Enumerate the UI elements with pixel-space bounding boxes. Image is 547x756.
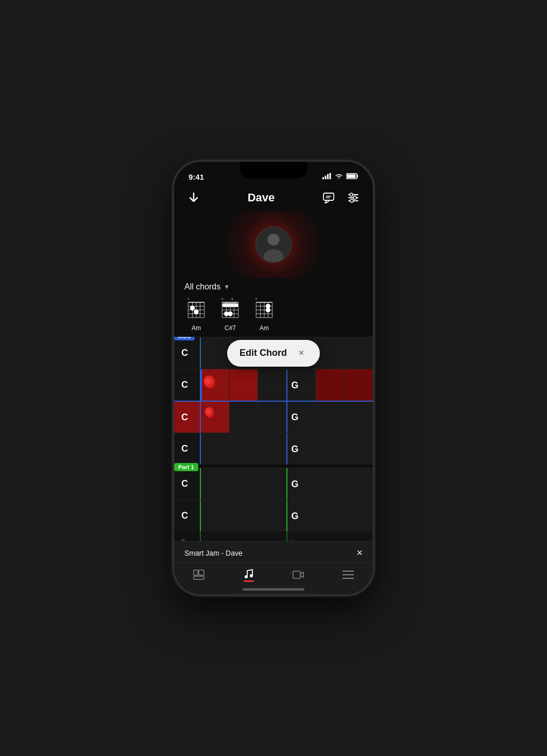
- chord-row-cells-3: G: [201, 433, 373, 465]
- chord-cell-2-2[interactable]: [258, 402, 287, 433]
- chord-cell-2-0[interactable]: [201, 402, 230, 433]
- tab-music[interactable]: [233, 568, 264, 582]
- phone-inner: 9:41 Dave: [174, 162, 373, 594]
- chord-row-3[interactable]: C G: [174, 433, 373, 465]
- chord-cell-4-2[interactable]: [258, 468, 287, 500]
- chord-cell-4-4[interactable]: [316, 468, 345, 500]
- wifi-icon: [335, 173, 343, 181]
- chord-row-0[interactable]: Intro C Edit Chord: [174, 337, 373, 369]
- row-wrapper-part1: Part 1 C G: [174, 468, 373, 500]
- chord-cell-3-5[interactable]: [345, 433, 373, 465]
- chord-cell-p-3: –: [287, 532, 316, 541]
- chevron-down-icon: ▼: [224, 283, 230, 290]
- drop-1: [202, 374, 217, 390]
- chord-cell-5-3[interactable]: G: [287, 500, 316, 531]
- chord-cell-2-1[interactable]: [230, 402, 259, 433]
- svg-rect-60: [199, 570, 204, 575]
- all-chords-button[interactable]: All chords ▼: [184, 282, 363, 291]
- chord-label-am-2: Am: [260, 324, 269, 332]
- intro-badge: Intro: [174, 337, 195, 340]
- chord-cell-5-0[interactable]: [201, 500, 230, 531]
- chord-cell-1-5[interactable]: [345, 369, 373, 401]
- chord-row-5[interactable]: C G: [174, 500, 373, 531]
- playhead-line-1: [201, 369, 202, 401]
- chord-label-c7: C#7: [225, 324, 236, 332]
- chord-grid-c7: × 4: [218, 297, 242, 322]
- tab-library[interactable]: [183, 569, 214, 580]
- chord-cell-1-4[interactable]: [316, 369, 345, 401]
- chord-cell-0-4[interactable]: [316, 337, 345, 369]
- svg-point-58: [266, 307, 270, 312]
- chord-cell-3-4[interactable]: [316, 433, 345, 465]
- svg-rect-64: [293, 571, 300, 578]
- chord-cell-0-0[interactable]: [201, 337, 230, 369]
- chord-row-1[interactable]: C G: [174, 369, 373, 401]
- chord-row-cells-partial: –: [201, 532, 373, 541]
- back-button[interactable]: [184, 188, 203, 207]
- chord-cell-p-0: [201, 532, 230, 541]
- svg-rect-3: [330, 173, 331, 179]
- svg-text:4: 4: [231, 297, 233, 301]
- chord-cell-3-3[interactable]: G: [287, 433, 316, 465]
- chord-diagram-c7[interactable]: × 4: [218, 297, 242, 332]
- chord-cell-1-0[interactable]: [201, 369, 230, 401]
- svg-point-29: [190, 306, 195, 311]
- home-indicator: [174, 584, 373, 594]
- phone-shell: 9:41 Dave: [173, 161, 374, 595]
- svg-point-16: [267, 234, 279, 246]
- status-time: 9:41: [189, 173, 204, 181]
- chord-cell-2-3[interactable]: G: [287, 402, 316, 433]
- battery-icon: [346, 172, 358, 181]
- chord-cell-0-5[interactable]: [344, 337, 373, 369]
- chord-row-2[interactable]: C G: [174, 401, 373, 433]
- chord-cell-5-4[interactable]: [316, 500, 345, 531]
- chord-diagram-am-2[interactable]: ×: [252, 297, 276, 332]
- chord-row-label-4: C: [174, 468, 201, 500]
- notch: [240, 162, 307, 178]
- svg-rect-1: [325, 176, 327, 179]
- home-bar: [243, 588, 304, 591]
- chord-cell-1-3[interactable]: G: [287, 369, 316, 401]
- edit-chord-popup[interactable]: Edit Chord ×: [227, 340, 320, 367]
- chord-grid-am-1: ×: [184, 297, 208, 322]
- chord-cell-4-5[interactable]: [345, 468, 373, 500]
- bottom-bar-title: Smart Jam - Dave: [184, 549, 243, 557]
- chord-cell-1-1[interactable]: [230, 369, 259, 401]
- svg-point-45: [228, 312, 232, 316]
- chord-cell-p-5: [345, 532, 373, 541]
- bottom-player-bar: Smart Jam - Dave ×: [174, 541, 373, 563]
- chord-cell-4-0[interactable]: [201, 468, 230, 500]
- chord-cell-4-1[interactable]: [230, 468, 259, 500]
- chord-row-4[interactable]: Part 1 C G: [174, 468, 373, 500]
- svg-rect-6: [323, 193, 334, 200]
- edit-chord-close-button[interactable]: ×: [295, 347, 307, 359]
- chord-cell-5-5[interactable]: [345, 500, 373, 531]
- chord-cell-p-4: [316, 532, 345, 541]
- chord-cell-5-1[interactable]: [230, 500, 259, 531]
- chat-button[interactable]: [319, 188, 338, 207]
- settings-button[interactable]: [344, 188, 363, 207]
- tab-video[interactable]: [283, 569, 314, 580]
- svg-text:×: ×: [187, 297, 189, 301]
- chord-cell-5-2[interactable]: [258, 500, 287, 531]
- chord-row-partial: – –: [174, 531, 373, 541]
- chord-cell-4-3[interactable]: G: [287, 468, 316, 500]
- chord-row-cells-5: G: [201, 500, 373, 531]
- chord-cell-3-1[interactable]: [230, 433, 259, 465]
- tab-bar: [174, 563, 373, 584]
- chord-cell-2-5[interactable]: [345, 402, 373, 433]
- bottom-bar-close-button[interactable]: ×: [356, 547, 363, 559]
- chord-cell-3-0[interactable]: [201, 433, 230, 465]
- chord-diagrams: ×: [174, 294, 373, 337]
- part1-badge: Part 1: [174, 463, 198, 471]
- status-icons: [322, 172, 358, 181]
- edit-chord-label: Edit Chord: [240, 348, 287, 358]
- chord-diagram-am-1[interactable]: ×: [184, 297, 208, 332]
- tab-menu[interactable]: [333, 570, 364, 579]
- chord-row-label-0: C: [174, 337, 201, 369]
- chord-cell-2-4[interactable]: [316, 402, 345, 433]
- svg-rect-0: [322, 177, 324, 179]
- chord-cell-1-2[interactable]: [258, 369, 287, 401]
- chord-cell-3-2[interactable]: [258, 433, 287, 465]
- chord-row-label-partial: –: [174, 532, 201, 541]
